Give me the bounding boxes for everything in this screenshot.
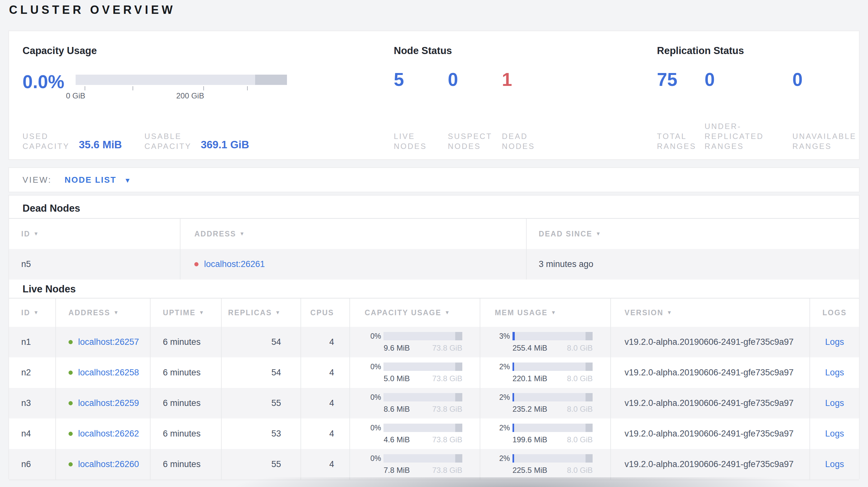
dead-node-row: n5 localhost:26261 3 minutes ago [9,249,859,280]
tick-mark [203,86,204,90]
column-header-id[interactable]: ID ▼ [9,219,181,249]
column-header-replicas[interactable]: REPLICAS ▼ [222,298,301,327]
logs-cell: Logs [810,419,859,449]
capacity-bar-tick [247,85,248,91]
capacity-usage-cell: 0% 8.6 MiB 73.8 GiB [350,388,480,419]
capacity-used-value: 5.0 MiB [383,374,409,383]
mem-bar-reserved-segment [586,454,593,462]
logs-link[interactable]: Logs [825,337,844,347]
dead-nodes-table: ID ▼ ADDRESS ▼ DEAD SINCE ▼ n5 [9,218,859,280]
capacity-total-value: 73.8 GiB [432,344,462,353]
logs-link[interactable]: Logs [825,459,844,469]
uptime-cell: 6 minutes [151,449,222,480]
uptime-cell: 6 minutes [151,357,222,388]
node-id-cell: n6 [9,449,56,480]
mem-mini-bar [513,424,593,432]
column-header-label: UPTIME [163,309,196,317]
dead-nodes-header-row: ID ▼ ADDRESS ▼ DEAD SINCE ▼ [9,218,859,249]
mem-size-row: 235.2 MiB 8.0 GiB [513,404,593,414]
replicas-cell: 54 [222,357,301,388]
capacity-bar-reserved-segment [455,424,462,432]
capacity-bar-tick [133,85,133,91]
live-node-row: n6 localhost:26260 6 minutes 55 4 0% [9,449,859,480]
node-status-stat: 0 SUSPECT NODES [448,57,502,151]
node-address-cell: localhost:26260 [56,449,151,480]
mem-bar-fill [513,424,514,432]
live-status-dot-icon [68,401,73,405]
view-dropdown-value[interactable]: NODE LIST [65,175,117,185]
mem-usage-cell: 3% 255.4 MiB 8.0 GiB [480,327,611,357]
capacity-bar-reserved-segment [455,362,462,371]
capacity-bar-reserved-segment [455,454,462,462]
view-dropdown[interactable]: NODE LIST ▼ [65,175,131,185]
column-header-address[interactable]: ADDRESS ▼ [56,298,151,327]
version-cell: v19.2.0-alpha.20190606-2491-gfe735c9a97 [611,357,810,388]
replication-status-section: Replication Status 75 TOTAL RANGES 0 UND… [657,45,863,151]
capacity-percent: 0% [368,332,381,340]
logs-cell: Logs [810,357,859,388]
live-node-row: n1 localhost:26257 6 minutes 54 4 0% [9,327,859,357]
node-address-link[interactable]: localhost:26258 [78,368,139,378]
capacity-total-value: 73.8 GiB [432,466,462,475]
column-header-mem-usage[interactable]: MEM USAGE ▼ [480,298,611,327]
node-address-link[interactable]: localhost:26260 [78,459,139,469]
column-header-label: ADDRESS [68,309,110,317]
logs-link[interactable]: Logs [825,429,844,439]
replicas-cell: 55 [222,388,301,419]
capacity-percent: 0% [368,393,381,402]
capacity-percent-value: 0.0% [23,72,75,91]
capacity-mini-bar [383,393,462,401]
mem-usage-cell: 2% 235.2 MiB 8.0 GiB [480,388,611,419]
capacity-bar-tick: 0 GiB [75,85,95,100]
logs-link[interactable]: Logs [825,398,844,408]
replicas-cell: 54 [222,327,301,357]
chevron-down-icon[interactable]: ▼ [124,175,131,184]
mem-usage-bar-row: 2% [497,424,593,432]
tick-mark [132,86,133,90]
capacity-size-row: 7.8 MiB 73.8 GiB [383,466,462,475]
capacity-size-row: 5.0 MiB 73.8 GiB [383,374,462,383]
mem-total-value: 8.0 GiB [567,404,593,414]
column-header-label: ID [21,230,30,238]
node-id-cell: n5 [9,249,181,280]
mem-bar-fill [513,454,514,462]
mem-usage-bar-row: 2% [497,393,593,402]
logs-cell: Logs [810,388,859,419]
column-header-dead-since[interactable]: DEAD SINCE ▼ [527,219,859,249]
capacity-mini-bar [383,362,462,371]
capacity-bar [75,75,287,85]
version-cell: v19.2.0-alpha.20190606-2491-gfe735c9a97 [611,327,810,357]
column-header-label: DEAD SINCE [539,230,593,238]
column-header-label: REPLICAS [228,309,272,317]
logs-link[interactable]: Logs [825,368,844,378]
live-node-row: n4 localhost:26262 6 minutes 53 4 0% [9,419,859,449]
mem-usage-bar-row: 3% [497,332,593,340]
capacity-usage-bar-row: 0% [368,362,462,371]
tick-mark [85,86,85,90]
node-address-link[interactable]: localhost:26261 [204,259,265,269]
column-header-id[interactable]: ID ▼ [9,298,56,327]
mem-size-row: 220.1 MiB 8.0 GiB [513,374,593,383]
column-header-version[interactable]: VERSION ▼ [611,298,810,327]
node-address-link[interactable]: localhost:26262 [78,429,139,439]
column-header-label: CAPACITY USAGE [365,309,441,317]
stat-label: SUSPECT NODES [448,131,502,151]
capacity-used-value: 7.8 MiB [383,466,409,475]
capacity-mini-bar [383,332,462,340]
mem-mini-bar [513,454,593,462]
capacity-bar-reserved-segment [255,75,287,85]
column-header-address[interactable]: ADDRESS ▼ [181,219,526,249]
usable-capacity-stat: USABLE CAPACITY 369.1 GiB [145,131,249,151]
column-header-uptime[interactable]: UPTIME ▼ [151,298,222,327]
stat-label: LIVE NODES [394,131,448,151]
sort-arrow-icon: ▼ [595,231,601,237]
replication-stat: 0 UNAVAILABLE RANGES [793,57,863,151]
column-header-cpus[interactable]: CPUS [301,298,350,327]
node-list-panel: Dead Nodes ID ▼ ADDRESS ▼ DEAD SINCE ▼ [8,195,860,479]
node-address-link[interactable]: localhost:26257 [78,337,139,347]
live-node-row: n2 localhost:26258 6 minutes 54 4 0% [9,357,859,388]
column-header-capacity-usage[interactable]: CAPACITY USAGE ▼ [350,298,480,327]
column-header-logs: LOGS [810,298,859,327]
mem-bar-reserved-segment [586,424,593,432]
node-address-link[interactable]: localhost:26259 [78,398,139,408]
